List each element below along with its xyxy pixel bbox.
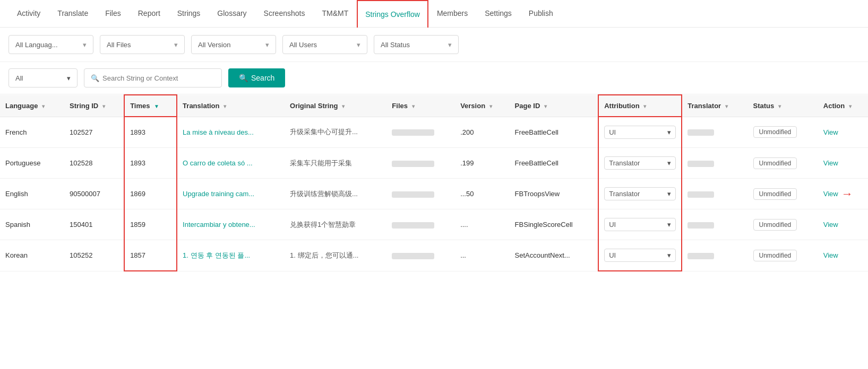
nav-item-strings-overflow[interactable]: Strings Overflow <box>357 0 428 28</box>
sort-original-icon: ▾ <box>342 103 345 109</box>
search-btn-label: Search <box>251 74 274 82</box>
cell-string-id: 90500007 <box>64 179 124 209</box>
cell-page-id: FreeBattleCell <box>510 148 599 179</box>
nav-item-strings[interactable]: Strings <box>169 0 209 28</box>
files-blurred <box>392 191 434 198</box>
col-files[interactable]: Files ▾ <box>386 95 455 117</box>
search-row: All ▾ 🔍 🔍 Search <box>0 62 868 94</box>
view-link[interactable]: View <box>823 190 838 198</box>
language-filter[interactable]: All Languag... ▾ <box>8 35 93 54</box>
attribution-select[interactable]: Translator ▾ <box>604 156 676 170</box>
col-times[interactable]: Times ▼ <box>124 95 177 117</box>
cell-action: View→ <box>818 179 868 209</box>
col-translator[interactable]: Translator ▾ <box>682 95 747 117</box>
translator-blurred <box>687 129 714 136</box>
attribution-select[interactable]: UI ▾ <box>604 126 676 139</box>
nav-item-glossary[interactable]: Glossary <box>209 0 255 28</box>
users-filter-label: All Users <box>289 41 317 49</box>
translation-text[interactable]: Upgrade training cam... <box>183 190 254 198</box>
nav-item-translate[interactable]: Translate <box>49 0 97 28</box>
search-scope-select[interactable]: All ▾ <box>8 68 78 87</box>
nav-item-settings[interactable]: Settings <box>476 0 520 28</box>
cell-translator <box>682 240 747 271</box>
cell-page-id: FBTroopsView <box>510 179 599 209</box>
view-link[interactable]: View <box>823 251 838 259</box>
cell-original-string: 1. 绑定后，您可以通... <box>285 240 386 271</box>
status-badge: Unmodified <box>753 126 797 138</box>
translation-text[interactable]: O carro de coleta só ... <box>183 159 253 167</box>
nav-item-screenshots[interactable]: Screenshots <box>255 0 314 28</box>
search-input[interactable] <box>102 74 215 82</box>
original-text: 升级采集中心可提升... <box>290 128 358 136</box>
cell-string-id: 150401 <box>64 209 124 240</box>
nav-item-activity[interactable]: Activity <box>8 0 49 28</box>
col-page-id[interactable]: Page ID ▾ <box>510 95 599 117</box>
cell-files <box>386 179 455 209</box>
cell-translation: La mise à niveau des... <box>177 117 285 148</box>
translation-text[interactable]: Intercambiar y obtene... <box>183 221 255 229</box>
cell-times: 1893 <box>124 117 177 148</box>
version-chevron: ▾ <box>265 41 269 49</box>
cell-attribution: UI ▾ <box>598 240 682 271</box>
nav-item-report[interactable]: Report <box>130 0 169 28</box>
col-status[interactable]: Status ▾ <box>748 95 818 117</box>
sort-translation-icon: ▾ <box>224 103 226 109</box>
cell-status: Unmodified <box>748 209 818 240</box>
cell-status: Unmodified <box>748 148 818 179</box>
col-version[interactable]: Version ▾ <box>455 95 509 117</box>
cell-files <box>386 148 455 179</box>
cell-times: 1857 <box>124 240 177 271</box>
sort-status-icon: ▾ <box>778 103 781 109</box>
files-filter[interactable]: All Files ▾ <box>100 35 185 54</box>
cell-version: .... <box>455 209 509 240</box>
sort-stringid-icon: ▾ <box>102 103 105 109</box>
view-link[interactable]: View <box>823 159 838 167</box>
cell-attribution: UI ▾ <box>598 209 682 240</box>
version-filter[interactable]: All Version ▾ <box>191 35 276 54</box>
cell-page-id: FBSingleScoreCell <box>510 209 599 240</box>
col-attribution[interactable]: Attribution ▾ <box>598 95 682 117</box>
attribution-chevron: ▾ <box>667 251 671 259</box>
nav-item-tmmt[interactable]: TM&MT <box>313 0 357 28</box>
cell-action: View <box>818 240 868 271</box>
cell-translation: 1. 연동 후 연동된 플... <box>177 240 285 271</box>
attribution-value: Translator <box>609 159 640 167</box>
col-original-string[interactable]: Original String ▾ <box>285 95 386 117</box>
attribution-select[interactable]: UI ▾ <box>604 218 676 231</box>
cell-translator <box>682 179 747 209</box>
nav-item-publish[interactable]: Publish <box>520 0 562 28</box>
status-badge: Unmodified <box>753 250 797 261</box>
view-link[interactable]: View <box>823 221 838 229</box>
cell-files <box>386 209 455 240</box>
translator-blurred <box>687 253 714 259</box>
table-row: Korean 105252 1857 1. 연동 후 연동된 플... 1. 绑… <box>0 240 868 271</box>
cell-original-string: 兑换获得1个智慧勋章 <box>285 209 386 240</box>
col-language[interactable]: Language ▾ <box>0 95 64 117</box>
translation-text[interactable]: 1. 연동 후 연동된 플... <box>183 251 250 259</box>
cell-page-id: SetAccountNext... <box>510 240 599 271</box>
search-btn-icon: 🔍 <box>239 74 248 82</box>
users-filter[interactable]: All Users ▾ <box>282 35 367 54</box>
status-filter-label: All Status <box>381 41 410 49</box>
nav-item-files[interactable]: Files <box>97 0 130 28</box>
nav-item-members[interactable]: Members <box>428 0 476 28</box>
table-row: Spanish 150401 1859 Intercambiar y obten… <box>0 209 868 240</box>
original-text: 采集车只能用于采集 <box>290 159 352 167</box>
col-action[interactable]: Action ▾ <box>818 95 868 117</box>
col-string-id[interactable]: String ID ▾ <box>64 95 124 117</box>
attribution-chevron: ▾ <box>667 190 671 198</box>
translation-text[interactable]: La mise à niveau des... <box>183 128 254 136</box>
sort-action-icon: ▾ <box>849 103 852 109</box>
status-chevron: ▾ <box>448 41 452 49</box>
language-filter-label: All Languag... <box>15 41 58 49</box>
search-button[interactable]: 🔍 Search <box>228 68 285 87</box>
cell-page-id: FreeBattleCell <box>510 117 599 148</box>
status-filter[interactable]: All Status ▾ <box>374 35 459 54</box>
cell-action: View <box>818 148 868 179</box>
table-row: French 102527 1893 La mise à niveau des.… <box>0 117 868 148</box>
attribution-select[interactable]: Translator ▾ <box>604 187 676 200</box>
cell-translation: O carro de coleta só ... <box>177 148 285 179</box>
view-link[interactable]: View <box>823 128 838 136</box>
col-translation[interactable]: Translation ▾ <box>177 95 285 117</box>
attribution-select[interactable]: UI ▾ <box>604 249 676 262</box>
